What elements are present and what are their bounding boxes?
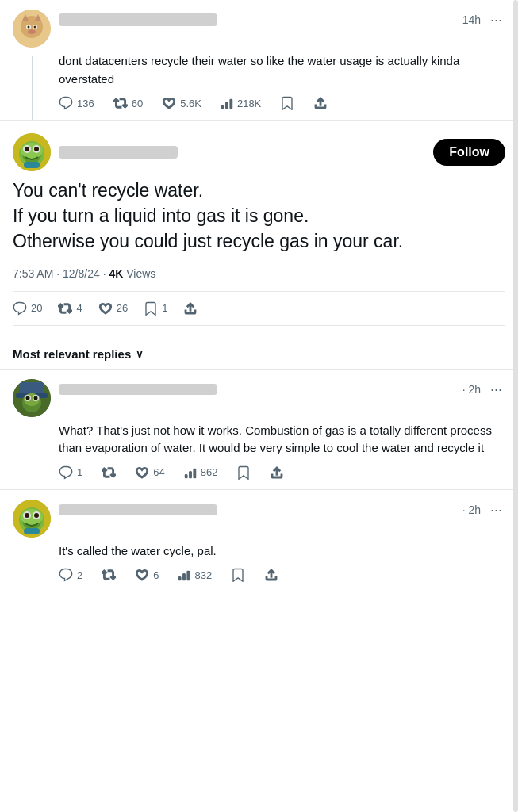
- reply2-avatar: [13, 500, 51, 538]
- like-action-r2[interactable]: 6: [135, 568, 159, 582]
- chevron-down-icon: ∨: [136, 348, 144, 360]
- original-tweet: 14h ··· dont datacenters recycle their w…: [0, 0, 518, 121]
- main-tweet: Follow You can't recycle water. If you t…: [0, 121, 518, 339]
- views-count-1: 218K: [237, 98, 261, 109]
- tweet1-body: dont datacenters recycle their water so …: [59, 52, 505, 88]
- follow-button[interactable]: Follow: [433, 139, 505, 166]
- svg-rect-33: [189, 471, 191, 477]
- main-tweet-text: You can't recycle water. If you turn a l…: [13, 178, 505, 255]
- reply2-body: It's called the water cycle, pal.: [59, 542, 505, 561]
- svg-point-8: [28, 26, 30, 29]
- reply-count-r2: 2: [77, 569, 82, 581]
- tweet1-timestamp: 14h: [462, 13, 481, 26]
- main-tweet-header: Follow: [13, 133, 505, 171]
- retweet-action-1[interactable]: 60: [113, 96, 143, 110]
- svg-point-42: [34, 513, 39, 518]
- username-blur-reply2: [59, 504, 217, 515]
- retweet-count-1: 60: [132, 98, 143, 109]
- svg-rect-45: [183, 574, 186, 580]
- share-action-1[interactable]: [313, 96, 328, 110]
- retweet-count-main: 4: [76, 302, 82, 314]
- main-tweet-avatar: [13, 133, 51, 171]
- reply2-meta: · 2h ···: [59, 500, 505, 520]
- reply1-timestamp: · 2h: [462, 383, 481, 396]
- svg-rect-34: [194, 469, 196, 477]
- svg-point-21: [34, 147, 39, 151]
- reply-action-r2[interactable]: 2: [59, 568, 82, 582]
- svg-point-31: [34, 396, 38, 400]
- bookmark-action-r2[interactable]: [231, 568, 245, 582]
- bookmark-action-r1[interactable]: [236, 465, 251, 480]
- svg-point-30: [26, 396, 30, 400]
- like-action-main[interactable]: 26: [98, 301, 128, 316]
- like-count-1: 5.6K: [180, 98, 201, 109]
- reply2-timestamp: · 2h: [462, 504, 481, 516]
- views-action-1[interactable]: 218K: [221, 97, 261, 109]
- like-count-r2: 6: [153, 569, 159, 581]
- svg-rect-11: [221, 105, 224, 109]
- retweet-action-r2[interactable]: [102, 568, 116, 582]
- svg-rect-44: [179, 577, 182, 580]
- svg-rect-22: [24, 162, 40, 168]
- svg-rect-43: [24, 528, 40, 534]
- main-tweet-meta: [59, 146, 425, 159]
- username-blur-1: [59, 13, 217, 26]
- reply1-body: What? That's just not how it works. Comb…: [59, 422, 505, 458]
- reply-action-main[interactable]: 20: [13, 301, 42, 316]
- reply2-actions: 2 6 832: [59, 568, 505, 582]
- svg-point-20: [25, 147, 29, 151]
- bookmark-count-main: 1: [162, 302, 167, 314]
- username-blur-reply1: [59, 384, 217, 395]
- views-count-r2: 832: [194, 569, 212, 581]
- like-count-r1: 64: [153, 466, 164, 478]
- svg-point-9: [34, 26, 36, 29]
- more-options-reply2[interactable]: ···: [487, 500, 505, 520]
- thread-line: [32, 56, 33, 120]
- reply1-header: · 2h ···: [13, 379, 505, 417]
- more-options-reply1[interactable]: ···: [487, 379, 505, 400]
- main-tweet-info: 7:53 AM · 12/8/24 · 4K Views: [13, 267, 505, 280]
- reply-count-main: 20: [31, 302, 42, 314]
- bookmark-action-1[interactable]: [280, 96, 294, 110]
- views-action-r1[interactable]: 862: [184, 466, 218, 479]
- main-tweet-actions: 20 4 26 1: [13, 291, 505, 326]
- svg-rect-13: [230, 99, 232, 108]
- like-action-r1[interactable]: 64: [135, 465, 164, 480]
- like-count-main: 26: [117, 302, 128, 314]
- scrollbar[interactable]: [513, 0, 518, 812]
- reply-count-r1: 1: [77, 466, 82, 478]
- more-options-1[interactable]: ···: [487, 10, 505, 30]
- svg-rect-12: [226, 102, 228, 109]
- reply1-actions: 1 64 862: [59, 465, 505, 480]
- svg-rect-32: [185, 474, 187, 477]
- reply1-meta: · 2h ···: [59, 379, 505, 400]
- svg-rect-46: [187, 571, 190, 580]
- avatar-cat: [13, 10, 51, 48]
- tweet1-actions: 136 60 5.6K 218K: [59, 96, 505, 110]
- tweet1-header: 14h ···: [13, 10, 505, 48]
- reply-action-r1[interactable]: 1: [59, 465, 82, 480]
- reply2-header: · 2h ···: [13, 500, 505, 538]
- share-action-r1[interactable]: [270, 465, 284, 480]
- retweet-action-r1[interactable]: [102, 465, 116, 480]
- replies-section-header: Most relevant replies ∨: [0, 339, 518, 370]
- reply-count-1: 136: [77, 98, 94, 109]
- retweet-action-main[interactable]: 4: [58, 301, 82, 316]
- reply-action-1[interactable]: 136: [59, 96, 94, 110]
- username-blur-main: [59, 146, 178, 159]
- replies-toggle[interactable]: Most relevant replies ∨: [13, 347, 144, 361]
- share-action-r2[interactable]: [264, 568, 278, 582]
- share-action-main[interactable]: [183, 301, 198, 316]
- views-count-r1: 862: [201, 466, 218, 478]
- like-action-1[interactable]: 5.6K: [162, 96, 201, 110]
- bookmark-action-main[interactable]: 1: [144, 301, 167, 316]
- reply1-avatar: [13, 379, 51, 417]
- svg-point-41: [25, 513, 29, 518]
- reply-1: · 2h ··· What? That's just not how it wo…: [0, 370, 518, 490]
- svg-point-10: [28, 29, 36, 34]
- views-action-r2[interactable]: 832: [178, 569, 212, 581]
- reply-2: · 2h ··· It's called the water cycle, pa…: [0, 490, 518, 593]
